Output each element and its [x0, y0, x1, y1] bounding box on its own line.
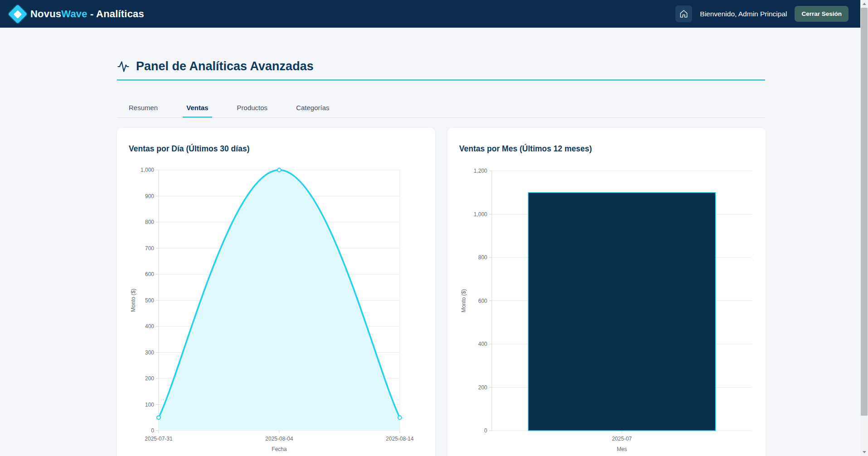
tab-categorias[interactable]: Categorías [292, 99, 333, 118]
svg-text:2025-07-31: 2025-07-31 [145, 436, 173, 442]
page-title-block: Panel de Analíticas Avanzadas [117, 59, 765, 73]
svg-text:2025-07: 2025-07 [612, 436, 632, 442]
sales-by-month-bar-chart: 02004006008001,0001,200MesMonto ($)2025-… [459, 161, 754, 456]
svg-text:1,000: 1,000 [141, 167, 154, 173]
svg-text:2025-08-04: 2025-08-04 [265, 436, 293, 442]
card-ventas-por-dia: Ventas por Día (Últimos 30 días) 0100200… [117, 128, 435, 456]
svg-text:100: 100 [145, 402, 154, 408]
svg-text:700: 700 [145, 245, 154, 252]
home-button[interactable] [675, 5, 692, 22]
svg-text:Monto ($): Monto ($) [461, 289, 467, 312]
tab-resumen[interactable]: Resumen [125, 99, 161, 118]
tab-productos[interactable]: Productos [233, 99, 272, 118]
activity-pulse-icon [117, 60, 130, 73]
scroll-down-arrow-icon [863, 451, 866, 453]
svg-text:600: 600 [145, 271, 154, 277]
logout-button[interactable]: Cerrar Sesión [795, 6, 849, 22]
svg-text:800: 800 [145, 219, 154, 225]
scroll-down-button[interactable] [860, 448, 868, 456]
svg-text:300: 300 [145, 349, 154, 356]
svg-text:2025-08-14: 2025-08-14 [386, 436, 414, 442]
scroll-up-button[interactable] [860, 0, 868, 8]
vertical-scrollbar[interactable] [860, 0, 868, 456]
diamond-logo-inner [14, 10, 22, 18]
chart-title-ventas-dia: Ventas por Día (Últimos 30 días) [129, 144, 423, 154]
main-content: Panel de Analíticas Avanzadas Resumen Ve… [117, 59, 765, 456]
svg-text:0: 0 [484, 427, 487, 434]
tab-bar: Resumen Ventas Productos Categorías [117, 99, 765, 118]
home-icon [679, 9, 689, 19]
sales-by-day-area-chart: 01002003004005006007008009001,000FechaMo… [129, 161, 423, 456]
app-title: NovusWave - Analíticas [30, 8, 144, 20]
svg-text:Mes: Mes [617, 446, 627, 452]
svg-text:400: 400 [145, 323, 154, 330]
welcome-text: Bienvenido, Admin Principal [700, 10, 787, 18]
svg-text:800: 800 [478, 254, 487, 261]
svg-text:500: 500 [145, 297, 154, 304]
charts-row: Ventas por Día (Últimos 30 días) 0100200… [117, 128, 765, 456]
brand-accent: Wave [61, 8, 87, 19]
app-header: NovusWave - Analíticas Bienvenido, Admin… [0, 0, 860, 28]
title-divider [117, 79, 765, 81]
tab-ventas[interactable]: Ventas [183, 99, 212, 118]
svg-text:600: 600 [478, 298, 487, 304]
card-ventas-por-mes: Ventas por Mes (Últimos 12 meses) 020040… [447, 128, 766, 456]
brand-primary: Novus [30, 8, 61, 19]
scrollbar-thumb[interactable] [861, 8, 868, 416]
header-right-group: Bienvenido, Admin Principal Cerrar Sesió… [675, 5, 849, 22]
page-title: Panel de Analíticas Avanzadas [136, 59, 314, 73]
svg-text:200: 200 [145, 375, 154, 382]
svg-text:0: 0 [151, 427, 154, 434]
scroll-up-arrow-icon [863, 3, 866, 5]
svg-text:400: 400 [478, 341, 487, 347]
svg-text:Monto ($): Monto ($) [130, 289, 136, 312]
chart-title-ventas-mes: Ventas por Mes (Últimos 12 meses) [459, 144, 754, 154]
svg-text:200: 200 [478, 384, 487, 391]
diamond-logo-icon [8, 4, 27, 23]
svg-text:1,000: 1,000 [474, 211, 487, 218]
brand-suffix: - Analíticas [87, 8, 144, 19]
svg-text:Fecha: Fecha [272, 446, 287, 452]
brand: NovusWave - Analíticas [11, 7, 144, 21]
svg-text:900: 900 [145, 193, 154, 199]
svg-text:1,200: 1,200 [474, 168, 487, 174]
